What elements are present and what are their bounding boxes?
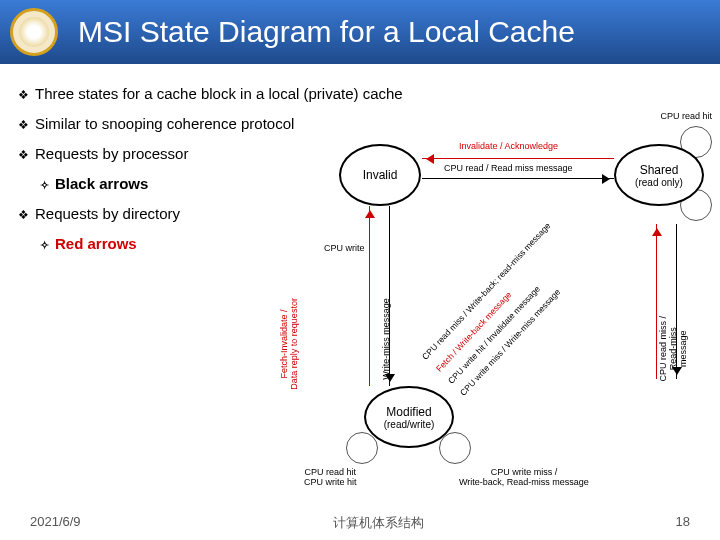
footer-page: 18	[676, 514, 690, 532]
state-shared: Shared (read only)	[614, 144, 704, 206]
arrow-shared-up-red	[656, 224, 657, 379]
state-modified-label: Modified	[386, 405, 431, 419]
state-modified: Modified (read/write)	[364, 386, 454, 448]
state-modified-sub: (read/write)	[384, 419, 435, 430]
footer-center: 计算机体系结构	[333, 514, 424, 532]
state-shared-label: Shared	[640, 163, 679, 177]
msi-state-diagram: Invalid Shared (read only) Modified (rea…	[284, 94, 714, 494]
arrow-modified-to-invalid-red	[369, 206, 370, 386]
label-shared-readhit: CPU read hit	[660, 112, 712, 122]
university-seal-icon	[10, 8, 58, 56]
slide-header: MSI State Diagram for a Local Cache	[0, 0, 720, 64]
state-invalid: Invalid	[339, 144, 421, 206]
arrow-shared-to-invalid	[422, 158, 614, 159]
slide-title: MSI State Diagram for a Local Cache	[78, 15, 575, 49]
label-invalidate-ack: Invalidate / Acknowledge	[459, 142, 558, 152]
slide-footer: 2021/6/9 计算机体系结构 18	[0, 514, 720, 532]
state-invalid-label: Invalid	[363, 168, 398, 182]
modified-loop-left	[346, 432, 378, 464]
state-shared-sub: (read only)	[635, 177, 683, 188]
diag-label-3: CPU write hit / Invalidate message	[447, 284, 542, 385]
label-cpu-read: CPU read / Read miss message	[444, 164, 573, 174]
modified-loop-right	[439, 432, 471, 464]
label-right-vertical: CPU read miss / Read-miss message	[659, 309, 689, 389]
slide-body: Three states for a cache block in a loca…	[0, 64, 720, 510]
label-write-miss-msg: Write-miss message	[382, 298, 392, 379]
label-fetch-invalidate: Fetch-Invalidate / Data reply to request…	[280, 298, 300, 390]
label-modified-loop-left: CPU read hit CPU write hit	[304, 468, 357, 488]
label-cpu-write: CPU write	[324, 244, 365, 254]
footer-date: 2021/6/9	[30, 514, 81, 532]
arrow-invalid-to-shared	[422, 178, 614, 179]
label-modified-loop-right: CPU write miss / Write-back, Read-miss m…	[459, 468, 589, 488]
